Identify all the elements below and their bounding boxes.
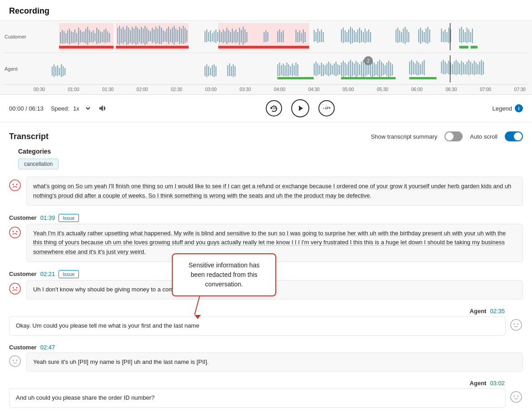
issue-badge-2: Issue — [59, 214, 78, 222]
svg-rect-228 — [361, 62, 362, 76]
svg-rect-158 — [463, 29, 464, 42]
svg-rect-24 — [89, 30, 90, 43]
svg-rect-62 — [165, 31, 166, 41]
svg-rect-198 — [292, 63, 293, 76]
svg-rect-48 — [139, 29, 140, 42]
svg-rect-81 — [215, 29, 216, 43]
svg-rect-161 — [469, 29, 469, 42]
forward-button[interactable]: 10 — [318, 100, 335, 116]
svg-rect-46 — [136, 26, 137, 45]
svg-rect-200 — [296, 63, 297, 76]
svg-rect-271 — [470, 62, 471, 74]
rewind-button[interactable]: 10 — [266, 100, 282, 116]
show-summary-toggle[interactable] — [444, 131, 463, 141]
svg-rect-85 — [223, 29, 224, 43]
svg-rect-97 — [244, 29, 245, 43]
timeline-row: 00:30 01:00 01:30 02:00 02:30 03:00 03:3… — [5, 84, 527, 94]
page-title: Recording — [9, 6, 523, 16]
svg-rect-95 — [241, 30, 242, 43]
volume-icon[interactable] — [99, 104, 108, 113]
redaction-box: Sensitive information has been redacted … — [172, 253, 276, 296]
svg-rect-112 — [314, 30, 315, 42]
svg-rect-204 — [317, 63, 318, 75]
speed-selector[interactable]: 1x 1.5x 2x — [71, 105, 92, 112]
message-row-5: Yeah sure it's uh [PII] my name is [PII]… — [0, 353, 532, 372]
svg-rect-240 — [383, 63, 384, 75]
svg-rect-203 — [316, 62, 317, 76]
waveform-section[interactable]: Customer — [0, 21, 532, 95]
timeline-mark: 02:30 — [171, 87, 182, 92]
svg-rect-213 — [334, 63, 335, 75]
timeline-mark: 07:00 — [480, 87, 491, 92]
agent-label: Agent — [5, 66, 32, 72]
message-meta-5: Customer 02:47 — [0, 342, 532, 353]
speed-control[interactable]: Speed: 1x 1.5x 2x — [51, 105, 92, 112]
svg-rect-21 — [83, 31, 84, 43]
svg-rect-54 — [150, 31, 151, 41]
svg-rect-186 — [229, 63, 230, 76]
svg-rect-15 — [73, 32, 73, 43]
svg-rect-244 — [390, 63, 391, 76]
svg-point-296 — [13, 359, 14, 361]
timeline-mark: 01:30 — [102, 87, 113, 92]
show-summary-label: Show transcript summary — [371, 133, 438, 140]
svg-rect-261 — [452, 64, 453, 74]
svg-rect-249 — [415, 63, 415, 74]
svg-rect-23 — [87, 27, 88, 45]
agent-waveform-canvas[interactable]: 2 — [32, 55, 527, 82]
svg-rect-34 — [107, 31, 108, 42]
svg-rect-241 — [385, 65, 386, 74]
message-time-5: 02:47 — [40, 344, 55, 351]
svg-rect-37 — [119, 26, 120, 45]
svg-rect-212 — [332, 65, 333, 74]
info-icon[interactable]: i — [515, 104, 523, 112]
svg-rect-26 — [93, 30, 93, 43]
category-tag-cancellation[interactable]: cancellation — [18, 159, 59, 169]
svg-rect-268 — [465, 64, 466, 74]
svg-rect-137 — [399, 30, 400, 42]
svg-rect-250 — [416, 61, 417, 75]
svg-rect-68 — [176, 29, 176, 42]
svg-rect-160 — [467, 28, 468, 43]
timeline-mark: 01:00 — [68, 87, 79, 92]
message-meta-6: Agent 03:02 — [0, 378, 532, 388]
svg-rect-63 — [166, 29, 167, 42]
svg-rect-27 — [94, 33, 95, 41]
svg-rect-44 — [132, 27, 133, 44]
svg-text:2: 2 — [367, 58, 370, 63]
message-bubble-6: And uh could you please share the order … — [9, 388, 506, 408]
svg-rect-118 — [341, 29, 342, 42]
svg-rect-251 — [418, 63, 419, 75]
customer-waveform-canvas[interactable] — [32, 23, 527, 50]
svg-rect-194 — [285, 65, 286, 76]
svg-rect-19 — [80, 30, 81, 43]
svg-rect-5 — [218, 46, 309, 48]
speed-label: Speed: — [51, 105, 69, 112]
svg-rect-150 — [441, 29, 442, 42]
message-text-1: what's going on So um yeah I'll finish o… — [33, 183, 511, 199]
svg-rect-56 — [154, 29, 155, 42]
svg-rect-40 — [125, 29, 126, 42]
svg-rect-256 — [443, 60, 444, 74]
svg-rect-42 — [128, 28, 129, 44]
svg-rect-110 — [303, 29, 304, 43]
play-button[interactable] — [291, 99, 309, 117]
auto-scroll-label: Auto scroll — [470, 133, 498, 140]
redaction-overlay: Sensitive information has been redacted … — [172, 253, 276, 319]
svg-rect-247 — [411, 60, 412, 75]
svg-rect-236 — [376, 64, 376, 75]
svg-point-294 — [517, 323, 519, 324]
auto-scroll-toggle[interactable] — [505, 131, 523, 141]
svg-rect-107 — [298, 32, 298, 42]
customer-waveform-row: Customer — [5, 21, 527, 53]
transcript-header: Transcript Show transcript summary Auto … — [9, 131, 523, 141]
svg-rect-263 — [456, 60, 457, 75]
svg-rect-189 — [234, 66, 235, 76]
svg-rect-104 — [281, 32, 282, 42]
legend-area[interactable]: Legend i — [493, 104, 523, 112]
svg-rect-258 — [447, 63, 448, 73]
svg-rect-12 — [67, 30, 68, 43]
svg-rect-31 — [102, 32, 102, 42]
svg-rect-232 — [368, 65, 369, 74]
svg-rect-166 — [341, 77, 395, 79]
